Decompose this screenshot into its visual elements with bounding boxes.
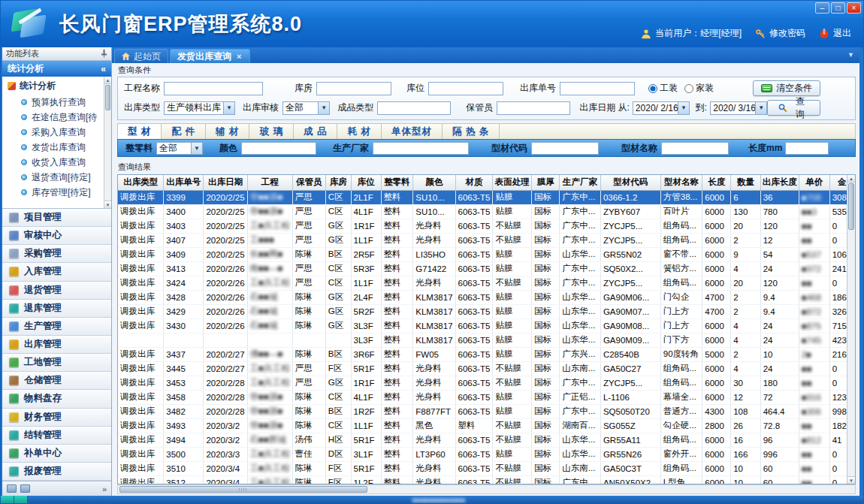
table-row[interactable]: 调拨出库34932020/3/2华■■源■陈琳C区1L1F整料黑色塑料不贴膜国标…	[118, 418, 855, 433]
column-header[interactable]: 库房	[325, 175, 351, 190]
scroll-up-icon[interactable]: ▲	[104, 77, 111, 84]
sidebar-menu-item-11[interactable]: 财务管理	[2, 409, 111, 427]
scroll-up-icon[interactable]: ▲	[847, 175, 855, 183]
material-tab-1[interactable]: 配 件	[162, 124, 205, 139]
project-name-input[interactable]	[164, 82, 263, 95]
collapse-icon[interactable]: «	[101, 64, 106, 74]
date-from-picker[interactable]: 2020/ 2/16 ▼	[633, 101, 690, 115]
column-header[interactable]: 整零料	[381, 175, 413, 190]
column-header[interactable]: 表面处理	[493, 175, 532, 190]
tab-shipment-outbound-query[interactable]: 发货出库查询 ×	[170, 49, 250, 63]
table-row[interactable]: 调拨出库34582020/2/28华■■源■陈琳C区4L1F整料光身料6063-…	[118, 390, 855, 404]
material-tab-2[interactable]: 辅 材	[206, 124, 249, 139]
tree-item-5[interactable]: 退货查询[待定]	[6, 170, 104, 185]
sidebar-menu-item-1[interactable]: 审核中心	[2, 227, 111, 245]
column-header[interactable]: 出库类型	[118, 175, 164, 190]
tree-scrollbar[interactable]: ▲ ▼	[104, 77, 111, 208]
tree-item-4[interactable]: 收货入库查询	[6, 155, 104, 170]
table-row[interactable]: 调拨出库34092020/2/25长■■网■陈琳B区2R5F整料LI35HO60…	[118, 247, 855, 261]
sidebar-menu-item-7[interactable]: 出库管理	[2, 336, 111, 354]
table-row[interactable]: 调拨出库34132020/2/26南■■—■严思C区5R3F整料G7142260…	[118, 261, 855, 276]
tree-item-1[interactable]: 在途信息查询[待	[6, 110, 104, 125]
column-header[interactable]: 型材代码	[600, 175, 660, 190]
sidebar-menu-item-4[interactable]: 退货管理	[2, 282, 111, 300]
table-row[interactable]: 调拨出库35002020/3/3工■共工程曹佳D区3L1F整料LT3P60606…	[118, 447, 855, 461]
table-row[interactable]: 调拨出库35122020/3/4工■共工程陈琳F区1L2F整料光身料6063-T…	[118, 475, 855, 484]
column-header[interactable]: 膜厚	[532, 175, 560, 190]
material-tab-4[interactable]: 成 品	[294, 124, 337, 139]
close-button[interactable]: ×	[847, 2, 861, 14]
home-panel-icon[interactable]	[7, 484, 17, 493]
table-row[interactable]: 调拨出库34072020/2/25工■■■严思G区1L1F整料光身料6063-T…	[118, 233, 855, 247]
sidebar-menu-item-10[interactable]: 物料盘存	[2, 390, 111, 408]
column-header[interactable]: 工程	[247, 175, 292, 190]
tree-item-6[interactable]: 库存管理[待定]	[6, 185, 104, 200]
sidebar-menu-item-5[interactable]: 退库管理	[2, 300, 111, 318]
column-header[interactable]: 单价	[799, 175, 829, 190]
monitor-panel-icon[interactable]	[20, 484, 30, 493]
column-header[interactable]: 型材名称	[660, 175, 702, 190]
sidebar-menu-item-12[interactable]: 结转管理	[2, 427, 111, 445]
column-header[interactable]: 库位	[351, 175, 381, 190]
date-to-picker[interactable]: 2020/ 3/16 ▼	[710, 101, 767, 115]
radio-jiazhuang[interactable]	[684, 84, 693, 93]
profile-name-input[interactable]	[661, 142, 729, 155]
material-tab-7[interactable]: 隔 热 条	[443, 124, 500, 139]
table-vertical-scrollbar[interactable]: ▲ ▼	[847, 175, 855, 484]
table-row[interactable]: 调拨出库34302020/2/26石■■城陈琳G区3L3F整料KLM381760…	[118, 318, 855, 333]
column-header[interactable]: 保管员	[292, 175, 325, 190]
column-header[interactable]: 数量	[731, 175, 761, 190]
sidebar-menu-item-13[interactable]: 补单中心	[2, 445, 111, 463]
sidebar-menu-item-2[interactable]: 采购管理	[2, 245, 111, 263]
column-header[interactable]: 出库长度	[760, 175, 799, 190]
material-tab-3[interactable]: 玻 璃	[249, 124, 293, 139]
clear-conditions-button[interactable]: 清空条件	[753, 80, 820, 96]
radio-gongzhuang[interactable]	[648, 84, 657, 93]
pin-icon[interactable]	[101, 50, 107, 58]
column-header[interactable]: 生产厂家	[560, 175, 601, 190]
tree-item-3[interactable]: 发货出库查询	[6, 140, 104, 155]
length-input[interactable]	[785, 142, 829, 155]
color-input[interactable]	[241, 142, 316, 155]
order-no-input[interactable]	[560, 82, 635, 95]
material-tab-6[interactable]: 单体型材	[382, 124, 443, 139]
table-row[interactable]: 调拨出库34242020/2/26工■共工程严思C区1L1F整料光身料6063-…	[118, 276, 855, 290]
expand-icon[interactable]: »	[102, 484, 107, 493]
sidebar-menu-item-0[interactable]: 项目管理	[2, 209, 111, 227]
table-row[interactable]: 调拨出库35102020/3/4工■共工程陈琳F区5R1F整料光身料6063-T…	[118, 461, 855, 475]
table-row[interactable]: 3L3F整料KLM38176063-T5贴膜国标山东华...GA90M09...…	[118, 333, 855, 347]
tab-close-icon[interactable]: ×	[235, 53, 243, 61]
tree-item-2[interactable]: 采购入库查询	[6, 125, 104, 140]
sidebar-menu-item-14[interactable]: 报废管理	[2, 463, 111, 481]
scroll-thumb[interactable]	[105, 85, 110, 110]
scroll-thumb[interactable]	[119, 486, 367, 493]
scroll-down-icon[interactable]: ▼	[104, 201, 111, 208]
sidebar-menu-item-3[interactable]: 入库管理	[2, 263, 111, 281]
table-horizontal-scrollbar[interactable]	[117, 484, 856, 494]
whole-part-select[interactable]: 全部 ▼	[156, 142, 203, 155]
sidebar-menu-item-9[interactable]: 仓储管理	[2, 372, 111, 390]
logout-button[interactable]: 退出	[819, 27, 851, 40]
column-header[interactable]: 出库日期	[204, 175, 247, 190]
column-header[interactable]: 出库单号	[164, 175, 204, 190]
change-password-button[interactable]: 修改密码	[755, 27, 805, 40]
material-tab-5[interactable]: 耗 材	[337, 124, 381, 139]
location-input[interactable]	[428, 82, 503, 95]
outbound-type-select[interactable]: 生产领料出库 ▼	[164, 101, 235, 115]
factory-input[interactable]	[373, 142, 469, 155]
outbound-audit-select[interactable]: 全部 ▼	[282, 101, 330, 115]
table-row[interactable]: 调拨出库34002020/2/25华■■源■严思C区4L1F整料SU10...6…	[118, 204, 855, 219]
scroll-thumb[interactable]	[848, 183, 854, 230]
warehouse-input[interactable]	[316, 82, 391, 95]
keeper-input[interactable]	[497, 101, 570, 115]
tab-list-caret-icon[interactable]: ▼	[847, 51, 854, 59]
sidebar-menu-item-8[interactable]: 工地管理	[2, 354, 111, 372]
table-row[interactable]: 调拨出库34532020/2/28工■共工程严思G区1R1F整料光身料6063-…	[118, 376, 855, 390]
table-row[interactable]: 调拨出库34372020/2/27佛■■—■陈琳B区3R6F整料FW056063…	[118, 347, 855, 361]
table-row[interactable]: 调拨出库34822020/2/28华■■源■陈琳B区1R2F整料F8877FT6…	[118, 404, 855, 418]
table-row[interactable]: 调拨出库33992020/2/25华■■源■严思C区2L1F整料SU10...6…	[118, 190, 855, 204]
profile-code-input[interactable]	[531, 142, 599, 155]
tree-item-0[interactable]: 预算执行查询	[6, 95, 104, 110]
table-row[interactable]: 调拨出库34032020/2/25工■共工程严思G区1R1F整料光身料6063-…	[118, 219, 855, 233]
tree-root-statistics[interactable]: 统计分析	[6, 79, 104, 95]
